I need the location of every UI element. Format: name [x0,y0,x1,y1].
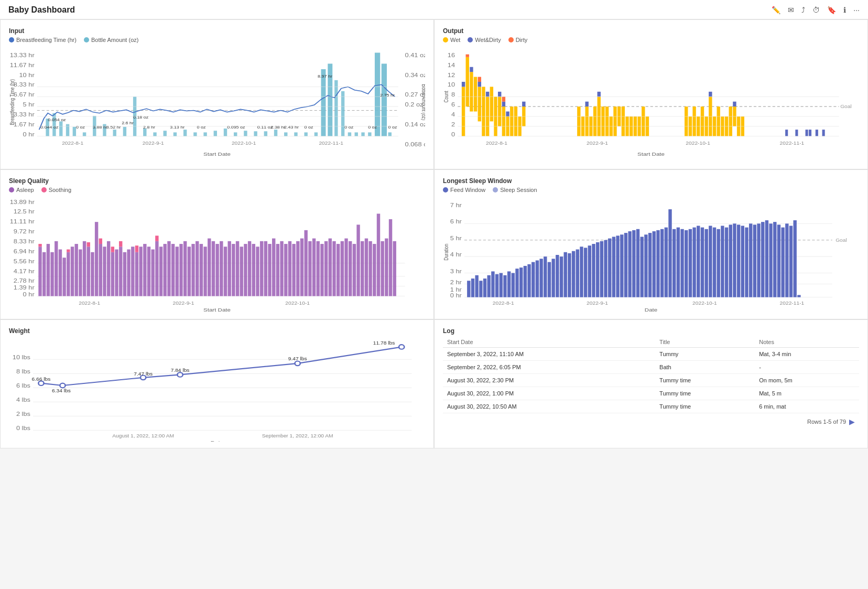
log-cell-date: September 3, 2022, 11:10 AM [443,348,655,361]
sleep-quality-chart: 13.89 hr 12.5 hr 11.11 hr 9.72 hr 8.33 h… [9,197,425,313]
svg-rect-127 [522,102,525,106]
more-icon[interactable]: ··· [853,6,860,14]
svg-rect-229 [147,247,150,296]
svg-rect-266 [292,244,295,296]
svg-rect-344 [596,242,599,297]
svg-rect-256 [252,244,255,296]
sleep-svg: 13.89 hr 12.5 hr 11.11 hr 9.72 hr 8.33 h… [9,197,425,313]
svg-rect-356 [644,234,647,297]
svg-rect-55 [375,52,380,136]
svg-rect-385 [761,222,764,297]
svg-text:3 hr: 3 hr [450,268,462,274]
svg-rect-261 [272,239,275,296]
svg-rect-57 [388,132,392,136]
svg-text:0 oz: 0 oz [76,125,85,130]
svg-rect-388 [773,222,776,297]
svg-rect-230 [151,250,154,296]
dirty-dot [508,37,514,42]
sleep-quality-legend: Asleep Soothing [9,187,425,193]
svg-rect-157 [717,106,720,136]
svg-rect-101 [462,87,465,136]
svg-rect-360 [660,229,664,297]
svg-rect-119 [502,102,505,106]
svg-rect-380 [741,226,744,297]
svg-rect-262 [276,244,279,296]
svg-rect-345 [600,241,603,297]
svg-rect-331 [544,256,547,297]
svg-text:0.34 oz: 0.34 oz [405,72,425,78]
svg-rect-332 [548,262,551,297]
svg-rect-275 [329,239,332,296]
svg-rect-133 [593,106,596,136]
svg-rect-382 [749,223,752,297]
svg-rect-148 [685,106,688,136]
soothing-dot [41,187,47,192]
svg-rect-51 [348,132,351,136]
svg-rect-390 [781,228,784,297]
svg-rect-373 [713,228,716,297]
legend-wet-dirty: Wet&Dirty [468,37,501,43]
svg-text:4 hr: 4 hr [450,251,462,258]
svg-rect-349 [616,235,619,297]
email-icon[interactable]: ✉ [788,6,794,14]
feed-window-dot [443,187,448,192]
svg-text:0 oz: 0 oz [344,125,353,130]
svg-rect-135 [598,92,601,97]
svg-text:8: 8 [451,91,455,98]
svg-point-413 [60,383,65,388]
sleep-window-panel: Longest Sleep Window Feed Window Sleep S… [434,169,868,319]
svg-rect-354 [636,229,639,297]
svg-text:10: 10 [448,82,455,88]
svg-rect-221 [119,241,122,247]
svg-rect-199 [50,252,53,296]
clock-icon[interactable]: ⏱ [812,6,820,14]
log-col-date: Start Date [443,337,655,348]
svg-rect-238 [179,244,182,296]
svg-text:12: 12 [448,72,455,78]
svg-rect-335 [560,256,563,297]
info-icon[interactable]: ℹ [843,6,846,14]
svg-rect-47 [321,69,326,136]
svg-text:Start Date: Start Date [203,307,231,313]
svg-rect-366 [685,230,688,297]
svg-rect-209 [87,247,90,296]
export-icon[interactable]: ⤴ [801,6,805,14]
log-table-row: August 30, 2022, 2:30 PMTummy timeOn mom… [443,374,859,387]
svg-text:5 hr: 5 hr [450,235,462,241]
svg-rect-321 [503,275,506,297]
svg-rect-220 [119,247,122,296]
svg-rect-347 [608,239,611,297]
svg-text:8.97 hr: 8.97 hr [318,74,332,78]
svg-rect-357 [648,233,652,297]
log-next-arrow[interactable]: ▶ [849,417,855,426]
bookmark-icon[interactable]: 🔖 [827,6,836,14]
svg-text:11.78 lbs: 11.78 lbs [373,340,395,346]
svg-rect-270 [308,241,311,296]
svg-rect-239 [183,241,187,296]
svg-rect-316 [483,279,486,297]
svg-rect-272 [317,241,320,296]
svg-rect-314 [475,275,478,297]
svg-rect-243 [200,244,203,296]
pencil-icon[interactable]: ✏️ [772,6,780,14]
svg-text:13.33 hr: 13.33 hr [10,52,35,58]
svg-rect-222 [123,252,126,296]
svg-rect-102 [462,82,465,87]
sleep-session-dot [493,187,498,192]
svg-text:2.6 hr: 2.6 hr [122,121,134,125]
svg-rect-368 [692,228,696,297]
svg-rect-117 [498,92,501,97]
svg-text:2.38 hr: 2.38 hr [270,125,285,130]
svg-text:0.14 oz: 0.14 oz [405,121,425,127]
log-pagination: Rows 1-5 of 79 [807,419,846,425]
legend-dirty: Dirty [508,37,528,43]
svg-text:2022-9-1: 2022-9-1 [587,301,608,306]
svg-rect-351 [624,233,627,297]
svg-rect-267 [296,241,299,296]
svg-text:0 lbs: 0 lbs [16,425,30,432]
svg-rect-329 [536,260,539,297]
input-svg: 13.33 hr 11.67 hr 10 hr 8.33 hr 6.67 hr … [9,47,425,163]
svg-text:10 lbs: 10 lbs [13,354,30,361]
svg-text:6.66 lbs: 6.66 lbs [32,377,51,382]
svg-rect-289 [385,239,388,296]
